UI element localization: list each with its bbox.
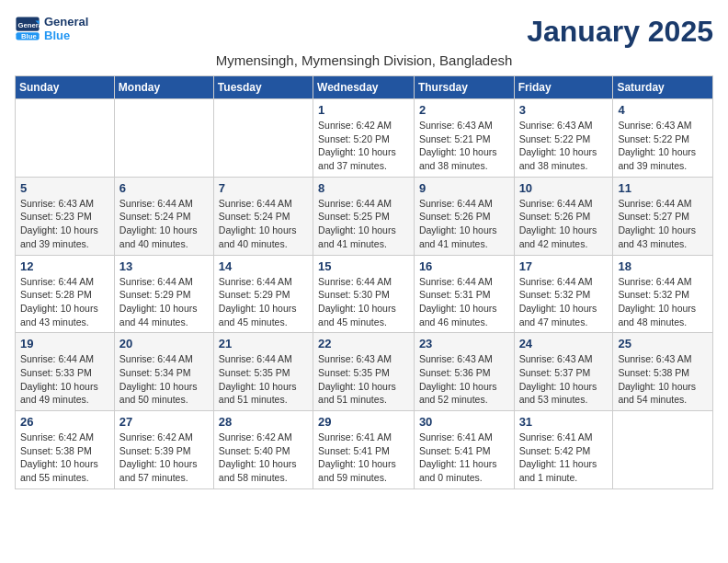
weekday-header-sunday: Sunday [16,76,115,99]
weekday-header-saturday: Saturday [613,76,713,99]
day-cell: 11Sunrise: 6:44 AM Sunset: 5:27 PM Dayli… [613,177,713,255]
day-cell: 12Sunrise: 6:44 AM Sunset: 5:28 PM Dayli… [16,255,115,333]
day-number: 24 [519,337,609,350]
day-info: Sunrise: 6:43 AM Sunset: 5:38 PM Dayligh… [618,352,708,407]
day-cell: 2Sunrise: 6:43 AM Sunset: 5:21 PM Daylig… [414,99,514,178]
day-cell [16,99,115,178]
day-cell: 31Sunrise: 6:41 AM Sunset: 5:42 PM Dayli… [514,411,613,489]
day-cell: 10Sunrise: 6:44 AM Sunset: 5:26 PM Dayli… [514,177,613,255]
day-info: Sunrise: 6:44 AM Sunset: 5:31 PM Dayligh… [419,275,509,329]
day-number: 27 [119,415,209,429]
day-info: Sunrise: 6:44 AM Sunset: 5:32 PM Dayligh… [519,275,609,329]
day-info: Sunrise: 6:44 AM Sunset: 5:25 PM Dayligh… [318,197,409,251]
day-cell: 18Sunrise: 6:44 AM Sunset: 5:32 PM Dayli… [613,255,713,333]
day-cell [114,99,213,178]
day-info: Sunrise: 6:41 AM Sunset: 5:41 PM Dayligh… [419,431,509,485]
weekday-header-thursday: Thursday [414,76,514,99]
day-number: 5 [20,181,109,195]
day-info: Sunrise: 6:44 AM Sunset: 5:28 PM Dayligh… [20,275,109,329]
day-cell: 24Sunrise: 6:43 AM Sunset: 5:37 PM Dayli… [514,333,613,411]
logo-general-text: General [44,15,88,29]
day-info: Sunrise: 6:43 AM Sunset: 5:35 PM Dayligh… [318,352,409,407]
page-header: General Blue General Blue January 2025 [15,15,713,49]
day-cell: 3Sunrise: 6:43 AM Sunset: 5:22 PM Daylig… [514,99,613,178]
logo-icon: General Blue [15,16,40,41]
day-cell: 7Sunrise: 6:44 AM Sunset: 5:24 PM Daylig… [213,177,313,255]
day-info: Sunrise: 6:44 AM Sunset: 5:35 PM Dayligh… [219,352,308,407]
weekday-header-wednesday: Wednesday [313,76,415,99]
day-cell: 16Sunrise: 6:44 AM Sunset: 5:31 PM Dayli… [414,255,514,333]
day-info: Sunrise: 6:44 AM Sunset: 5:33 PM Dayligh… [20,352,109,407]
day-number: 31 [519,415,609,429]
week-row-5: 26Sunrise: 6:42 AM Sunset: 5:38 PM Dayli… [16,411,713,489]
day-cell: 15Sunrise: 6:44 AM Sunset: 5:30 PM Dayli… [313,255,415,333]
day-number: 17 [519,259,609,273]
day-cell: 8Sunrise: 6:44 AM Sunset: 5:25 PM Daylig… [313,177,415,255]
day-number: 10 [519,181,609,195]
day-number: 2 [419,103,509,117]
day-number: 21 [219,337,308,350]
day-number: 12 [20,259,109,273]
day-cell: 28Sunrise: 6:42 AM Sunset: 5:40 PM Dayli… [213,411,313,489]
day-info: Sunrise: 6:41 AM Sunset: 5:41 PM Dayligh… [318,431,409,485]
day-number: 26 [20,415,109,429]
day-info: Sunrise: 6:44 AM Sunset: 5:29 PM Dayligh… [219,275,308,329]
day-number: 8 [318,181,409,195]
day-number: 6 [119,181,209,195]
day-cell: 23Sunrise: 6:43 AM Sunset: 5:36 PM Dayli… [414,333,514,411]
day-info: Sunrise: 6:43 AM Sunset: 5:37 PM Dayligh… [519,352,609,407]
day-info: Sunrise: 6:44 AM Sunset: 5:27 PM Dayligh… [618,197,708,251]
day-cell: 9Sunrise: 6:44 AM Sunset: 5:26 PM Daylig… [414,177,514,255]
day-info: Sunrise: 6:42 AM Sunset: 5:40 PM Dayligh… [219,431,308,485]
day-info: Sunrise: 6:44 AM Sunset: 5:26 PM Dayligh… [419,197,509,251]
day-cell: 13Sunrise: 6:44 AM Sunset: 5:29 PM Dayli… [114,255,213,333]
day-cell: 5Sunrise: 6:43 AM Sunset: 5:23 PM Daylig… [16,177,115,255]
day-number: 15 [318,259,409,273]
week-row-4: 19Sunrise: 6:44 AM Sunset: 5:33 PM Dayli… [16,333,713,411]
day-info: Sunrise: 6:42 AM Sunset: 5:20 PM Dayligh… [318,119,409,173]
day-info: Sunrise: 6:43 AM Sunset: 5:22 PM Dayligh… [618,119,708,173]
day-cell: 19Sunrise: 6:44 AM Sunset: 5:33 PM Dayli… [16,333,115,411]
day-number: 25 [618,337,708,350]
day-info: Sunrise: 6:43 AM Sunset: 5:21 PM Dayligh… [419,119,509,173]
logo: General Blue General Blue [15,15,88,42]
day-number: 29 [318,415,409,429]
weekday-header-row: SundayMondayTuesdayWednesdayThursdayFrid… [16,76,713,99]
day-number: 22 [318,337,409,350]
day-info: Sunrise: 6:44 AM Sunset: 5:24 PM Dayligh… [119,197,209,251]
day-info: Sunrise: 6:44 AM Sunset: 5:24 PM Dayligh… [219,197,308,251]
day-number: 20 [119,337,209,350]
day-cell [213,99,313,178]
day-number: 30 [419,415,509,429]
day-cell: 30Sunrise: 6:41 AM Sunset: 5:41 PM Dayli… [414,411,514,489]
day-info: Sunrise: 6:43 AM Sunset: 5:22 PM Dayligh… [519,119,609,173]
day-number: 7 [219,181,308,195]
day-cell: 21Sunrise: 6:44 AM Sunset: 5:35 PM Dayli… [213,333,313,411]
day-cell: 27Sunrise: 6:42 AM Sunset: 5:39 PM Dayli… [114,411,213,489]
day-number: 4 [618,103,708,117]
day-info: Sunrise: 6:42 AM Sunset: 5:38 PM Dayligh… [20,431,109,485]
day-cell: 26Sunrise: 6:42 AM Sunset: 5:38 PM Dayli… [16,411,115,489]
day-cell: 25Sunrise: 6:43 AM Sunset: 5:38 PM Dayli… [613,333,713,411]
day-cell: 22Sunrise: 6:43 AM Sunset: 5:35 PM Dayli… [313,333,415,411]
calendar-table: SundayMondayTuesdayWednesdayThursdayFrid… [15,75,713,489]
week-row-1: 1Sunrise: 6:42 AM Sunset: 5:20 PM Daylig… [16,99,713,178]
day-number: 14 [219,259,308,273]
day-cell: 29Sunrise: 6:41 AM Sunset: 5:41 PM Dayli… [313,411,415,489]
day-cell [613,411,713,489]
day-info: Sunrise: 6:44 AM Sunset: 5:34 PM Dayligh… [119,352,209,407]
day-number: 11 [618,181,708,195]
day-info: Sunrise: 6:41 AM Sunset: 5:42 PM Dayligh… [519,431,609,485]
subtitle: Mymensingh, Mymensingh Division, Banglad… [15,52,713,68]
day-cell: 4Sunrise: 6:43 AM Sunset: 5:22 PM Daylig… [613,99,713,178]
day-info: Sunrise: 6:43 AM Sunset: 5:36 PM Dayligh… [419,352,509,407]
day-number: 18 [618,259,708,273]
day-info: Sunrise: 6:44 AM Sunset: 5:32 PM Dayligh… [618,275,708,329]
day-info: Sunrise: 6:44 AM Sunset: 5:30 PM Dayligh… [318,275,409,329]
day-info: Sunrise: 6:44 AM Sunset: 5:26 PM Dayligh… [519,197,609,251]
day-number: 9 [419,181,509,195]
day-number: 13 [119,259,209,273]
week-row-3: 12Sunrise: 6:44 AM Sunset: 5:28 PM Dayli… [16,255,713,333]
day-cell: 1Sunrise: 6:42 AM Sunset: 5:20 PM Daylig… [313,99,415,178]
day-cell: 6Sunrise: 6:44 AM Sunset: 5:24 PM Daylig… [114,177,213,255]
